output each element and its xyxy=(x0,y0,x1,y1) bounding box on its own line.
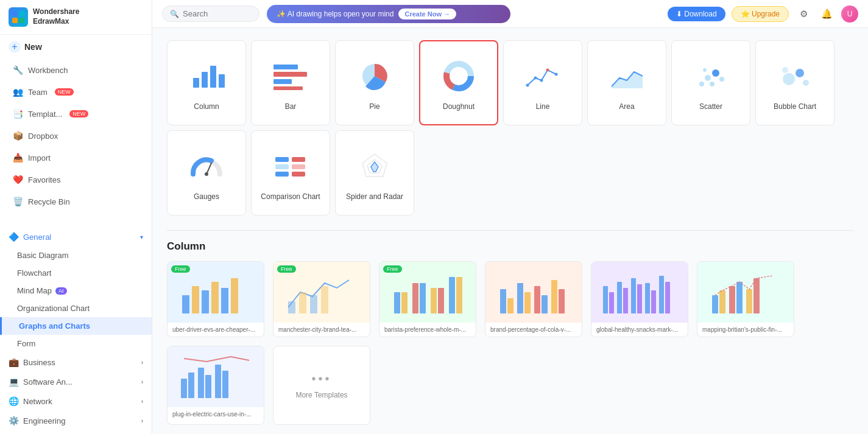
nav-design[interactable]: 🎨 Design › xyxy=(0,430,152,434)
nav-flowchart[interactable]: Flowchart xyxy=(0,264,152,282)
template-card-6[interactable]: mapping-britian's-public-fin-... xyxy=(697,261,794,337)
svg-point-28 xyxy=(783,73,795,85)
new-plus-icon: + xyxy=(9,41,21,53)
svg-rect-76 xyxy=(651,290,656,313)
column-chart-icon xyxy=(185,55,228,97)
ai-banner-text: ✨ AI drawing helps open your mind xyxy=(277,10,393,18)
nav-general[interactable]: 🔷 General ▾ xyxy=(0,227,152,247)
svg-marker-42 xyxy=(371,162,378,172)
chart-type-gauges[interactable]: Gauges xyxy=(167,130,246,215)
nav-mind-map[interactable]: Mind Map AI xyxy=(0,282,152,299)
svg-rect-44 xyxy=(192,286,199,313)
svg-rect-57 xyxy=(431,288,437,313)
nav-form[interactable]: Form xyxy=(0,335,152,352)
sidebar-item-team[interactable]: 👥 Team NEW xyxy=(4,82,148,102)
template-card-3[interactable]: Free barista-preference-whole-m-... xyxy=(379,261,476,337)
notification-button[interactable]: 🔔 xyxy=(818,5,835,23)
template-card-4[interactable]: brand-percentage-of-cola-v-... xyxy=(485,261,582,337)
sidebar-item-recycle-bin[interactable]: 🗑️ Recycle Bin xyxy=(4,191,148,212)
gauges-label: Gauges xyxy=(194,192,219,201)
templates-grid: Free uber-driver-evs-are-cheaper-... Fre… xyxy=(167,261,853,425)
workbench-label: Workbench xyxy=(28,66,68,75)
svg-rect-46 xyxy=(211,282,219,313)
sidebar-item-workbench[interactable]: 🔧 Workbench xyxy=(4,60,148,80)
sidebar-item-templates[interactable]: 📑 Templat... NEW xyxy=(4,103,148,124)
chart-type-spider[interactable]: Spider and Radar xyxy=(335,130,414,215)
chart-type-column[interactable]: Column xyxy=(167,40,246,125)
svg-rect-54 xyxy=(401,292,408,313)
general-label: General xyxy=(23,233,51,242)
engineering-chevron-icon: › xyxy=(141,418,143,424)
app-logo: WondershareEdrawMax xyxy=(0,0,152,35)
new-button[interactable]: + New xyxy=(9,41,42,53)
settings-button[interactable]: ⚙ xyxy=(795,5,812,23)
svg-point-18 xyxy=(534,77,537,80)
svg-point-20 xyxy=(546,69,549,72)
chart-type-line[interactable]: Line xyxy=(503,40,582,125)
pie-chart-icon xyxy=(353,55,396,97)
svg-point-22 xyxy=(699,82,704,86)
software-chevron-icon: › xyxy=(141,379,143,385)
template-thumb-6 xyxy=(697,262,794,323)
svg-rect-51 xyxy=(310,295,317,313)
svg-rect-65 xyxy=(534,286,540,313)
ai-create-now-button[interactable]: Create Now → xyxy=(398,9,456,19)
favorites-icon: ❤️ xyxy=(12,175,23,184)
more-templates-card[interactable]: ••• More Templates xyxy=(273,346,370,425)
nav-basic-diagram[interactable]: Basic Diagram xyxy=(0,247,152,264)
content-area: Column Bar xyxy=(152,28,868,434)
chart-type-pie[interactable]: Pie xyxy=(335,40,414,125)
chart-type-doughnut[interactable]: Doughnut xyxy=(419,40,498,125)
nav-network[interactable]: 🌐 Network › xyxy=(0,391,152,411)
chart-type-comparison[interactable]: Comparison Chart xyxy=(251,130,330,215)
svg-rect-61 xyxy=(500,289,506,313)
gauges-chart-icon xyxy=(185,145,228,187)
chart-type-scatter[interactable]: Scatter xyxy=(671,40,750,125)
svg-point-16 xyxy=(451,69,466,83)
sidebar-item-dropbox[interactable]: 📦 Dropbox xyxy=(4,125,148,146)
search-box[interactable]: 🔍 xyxy=(162,5,259,22)
svg-rect-59 xyxy=(449,277,455,313)
bubble-label: Bubble Chart xyxy=(774,102,816,111)
comparison-label: Comparison Chart xyxy=(261,192,320,201)
chart-type-bubble[interactable]: Bubble Chart xyxy=(755,40,834,125)
bar-label: Bar xyxy=(285,102,297,111)
template-thumb-4 xyxy=(485,262,582,323)
svg-line-33 xyxy=(206,163,211,174)
nav-engineering[interactable]: ⚙️ Engineering › xyxy=(0,411,152,430)
svg-rect-5 xyxy=(202,72,208,88)
nav-software[interactable]: 💻 Software An... › xyxy=(0,372,152,391)
network-label: Network xyxy=(23,397,52,406)
sidebar: WondershareEdrawMax + New 🔧 Workbench 👥 … xyxy=(0,0,152,434)
svg-rect-64 xyxy=(524,292,531,313)
avatar[interactable]: U xyxy=(841,5,858,23)
svg-point-19 xyxy=(540,79,543,82)
software-icon: 💻 xyxy=(9,377,19,387)
svg-rect-58 xyxy=(438,288,444,313)
template-thumb-1: Free xyxy=(168,262,264,323)
chart-type-bar[interactable]: Bar xyxy=(251,40,330,125)
nav-business[interactable]: 💼 Business › xyxy=(0,352,152,372)
search-input[interactable] xyxy=(183,9,250,18)
upgrade-button[interactable]: ⭐ Upgrade xyxy=(732,6,789,22)
nav-org-chart[interactable]: Organizational Chart xyxy=(0,299,152,317)
svg-point-24 xyxy=(712,69,719,77)
svg-rect-68 xyxy=(559,289,565,313)
sidebar-item-favorites[interactable]: ❤️ Favorites xyxy=(4,169,148,190)
chevron-down-icon: ▾ xyxy=(140,234,143,240)
sidebar-item-import[interactable]: 📥 Import xyxy=(4,147,148,168)
template-card-7[interactable]: plug-in-electric-cars-use-in-... xyxy=(167,346,264,425)
download-button[interactable]: ⬇ Download xyxy=(668,7,725,21)
chart-type-area[interactable]: Area xyxy=(587,40,666,125)
header-actions: ⬇ Download ⭐ Upgrade ⚙ 🔔 U xyxy=(668,5,858,23)
template-card-1[interactable]: Free uber-driver-evs-are-cheaper-... xyxy=(167,261,264,337)
template-card-2[interactable]: Free manchester-city-brand-tea-... xyxy=(273,261,370,337)
template-card-5[interactable]: global-healthy-snacks-mark-... xyxy=(591,261,688,337)
business-icon: 💼 xyxy=(9,357,19,367)
templates-badge: NEW xyxy=(69,110,88,117)
svg-rect-34 xyxy=(275,157,289,162)
nav-graphs-charts[interactable]: Graphs and Charts xyxy=(0,317,152,335)
area-label: Area xyxy=(619,102,634,111)
import-label: Import xyxy=(28,153,51,163)
svg-rect-49 xyxy=(288,301,295,313)
